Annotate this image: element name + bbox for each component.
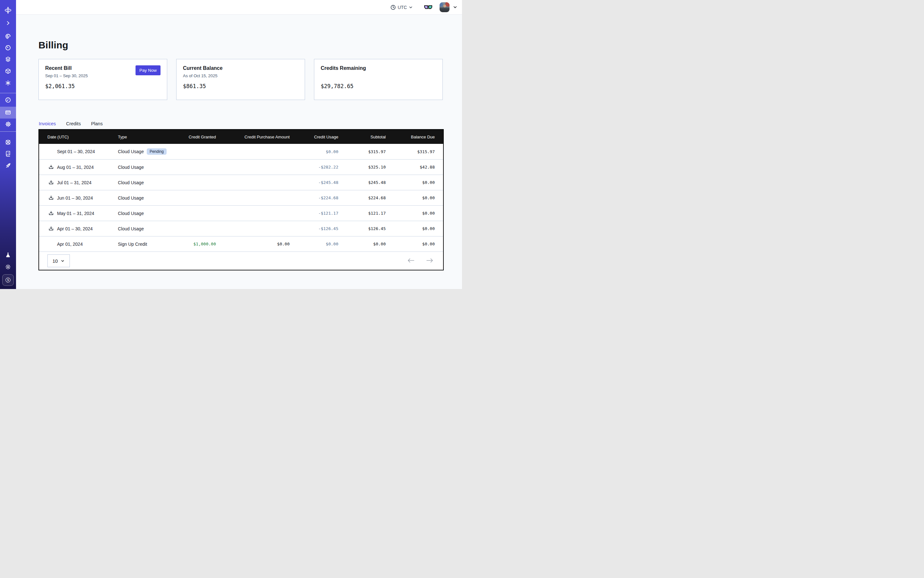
download-invoice-icon[interactable] bbox=[47, 211, 54, 216]
cell-date: Jun 01 – 30, 2024 bbox=[47, 195, 118, 201]
card-subtitle bbox=[321, 73, 436, 78]
current-balance-card: Current Balance As of Oct 15, 2025 $861.… bbox=[176, 59, 305, 100]
credits-coin-icon[interactable]: $ bbox=[2, 274, 14, 286]
table-row: Jul 01 – 31, 2024Cloud Usage-$245.48$245… bbox=[39, 175, 443, 190]
chevron-down-icon bbox=[409, 5, 413, 10]
table-row: May 01 – 31, 2024Cloud Usage-$121.17$121… bbox=[39, 205, 443, 221]
settings-gear-icon[interactable] bbox=[0, 120, 16, 128]
cell-credit-usage: $0.00 bbox=[290, 242, 338, 247]
table-row: Apr 01, 2024Sign Up Credit$1,000.00$0.00… bbox=[39, 236, 443, 252]
invoice-type: Sign Up Credit bbox=[118, 242, 147, 247]
asterisk-icon[interactable] bbox=[0, 79, 16, 87]
chevron-down-icon[interactable] bbox=[453, 5, 458, 10]
cell-type: Cloud Usage bbox=[118, 180, 177, 185]
card-subtitle: As of Oct 15, 2025 bbox=[183, 73, 298, 78]
sidebar-item-billing[interactable] bbox=[0, 107, 16, 119]
card-amount: $861.35 bbox=[183, 83, 298, 89]
col-credit-granted: Credit Granted bbox=[177, 135, 216, 140]
cell-balance-due: $0.00 bbox=[386, 242, 435, 247]
cell-date: May 01 – 31, 2024 bbox=[47, 211, 118, 216]
timezone-label: UTC bbox=[398, 5, 407, 10]
invoice-type: Cloud Usage bbox=[118, 165, 144, 170]
svg-text:$: $ bbox=[7, 278, 9, 282]
history-icon[interactable] bbox=[0, 44, 16, 52]
main-content: Billing Recent Bill Sep 01 – Sep 30, 202… bbox=[16, 15, 462, 289]
avatar[interactable] bbox=[440, 2, 450, 12]
invoice-date: Apr 01 – 30, 2024 bbox=[57, 226, 93, 231]
cell-date: Apr 01 – 30, 2024 bbox=[47, 226, 118, 232]
invoice-type: Cloud Usage bbox=[118, 226, 144, 231]
chevron-down-icon bbox=[60, 259, 65, 263]
sidebar: $ bbox=[0, 0, 16, 289]
download-invoice-icon[interactable] bbox=[47, 180, 54, 185]
cell-credit-usage: -$224.68 bbox=[290, 195, 338, 200]
table-row: Sept 01 – 30, 2024Cloud UsagePending$0.0… bbox=[39, 144, 443, 159]
download-invoice-icon[interactable] bbox=[47, 164, 54, 170]
cell-type: Cloud Usage bbox=[118, 226, 177, 231]
cell-credit-purchase: $0.00 bbox=[216, 242, 290, 247]
labs-flask-icon[interactable] bbox=[0, 251, 16, 259]
download-invoice-icon[interactable] bbox=[47, 226, 54, 232]
layers-icon[interactable] bbox=[0, 55, 16, 63]
download-slot-empty bbox=[47, 149, 54, 154]
cell-date: Jul 01 – 31, 2024 bbox=[47, 180, 118, 185]
invoice-date: Jul 01 – 31, 2024 bbox=[57, 180, 91, 185]
col-subtotal: Subtotal bbox=[338, 135, 386, 140]
cell-balance-due: $315.97 bbox=[386, 149, 435, 154]
page-size-value: 10 bbox=[52, 258, 58, 264]
cell-balance-due: $0.00 bbox=[386, 211, 435, 216]
cell-credit-usage: $0.00 bbox=[290, 149, 338, 154]
download-slot-empty bbox=[47, 241, 54, 247]
cell-credit-usage: -$245.48 bbox=[290, 180, 338, 185]
cell-subtotal: $121.17 bbox=[338, 211, 386, 216]
invoice-date: Aug 01 – 31, 2024 bbox=[57, 165, 94, 170]
cell-credit-granted: $1,000.00 bbox=[177, 242, 216, 247]
cell-subtotal: $224.68 bbox=[338, 195, 386, 200]
app-window: $ UTC bbox=[0, 0, 462, 289]
prev-page-button[interactable] bbox=[407, 257, 415, 264]
table-row: Apr 01 – 30, 2024Cloud Usage-$126.45$126… bbox=[39, 221, 443, 236]
next-page-button[interactable] bbox=[426, 257, 434, 264]
table-row: Jun 01 – 30, 2024Cloud Usage-$224.68$224… bbox=[39, 190, 443, 205]
invoice-type: Cloud Usage bbox=[118, 149, 144, 154]
pay-now-button[interactable]: Pay Now bbox=[136, 65, 161, 75]
glasses-icon[interactable] bbox=[424, 5, 432, 10]
status-badge: Pending bbox=[147, 148, 167, 155]
chevron-right-icon[interactable] bbox=[0, 19, 16, 27]
invoice-date: May 01 – 31, 2024 bbox=[57, 211, 94, 216]
cell-type: Cloud Usage bbox=[118, 195, 177, 201]
download-invoice-icon[interactable] bbox=[47, 195, 54, 201]
wheel-icon[interactable] bbox=[0, 138, 16, 146]
clock-icon bbox=[390, 5, 396, 10]
card-title: Current Balance bbox=[183, 65, 298, 71]
col-balance-due: Balance Due bbox=[386, 135, 435, 140]
table-body: Sept 01 – 30, 2024Cloud UsagePending$0.0… bbox=[39, 144, 443, 252]
cell-date: Aug 01 – 31, 2024 bbox=[47, 164, 118, 170]
sandbox-cube-icon[interactable] bbox=[0, 67, 16, 75]
col-date: Date (UTC) bbox=[47, 135, 118, 140]
billing-card-icon bbox=[0, 108, 16, 117]
cell-subtotal: $245.48 bbox=[338, 180, 386, 185]
sidebar-divider bbox=[0, 93, 16, 93]
dashboard-gauge-icon[interactable] bbox=[0, 96, 16, 104]
card-amount: $29,782.65 bbox=[321, 83, 436, 89]
invoice-type: Cloud Usage bbox=[118, 195, 144, 201]
page-size-select[interactable]: 10 bbox=[47, 254, 70, 267]
topbar: UTC bbox=[16, 0, 462, 15]
docs-book-icon[interactable] bbox=[0, 149, 16, 157]
invoice-date: Jun 01 – 30, 2024 bbox=[57, 195, 93, 201]
table-footer: 10 bbox=[39, 252, 443, 270]
invoice-date: Apr 01, 2024 bbox=[57, 242, 83, 247]
cell-credit-usage: -$126.45 bbox=[290, 226, 338, 231]
theme-sun-icon[interactable] bbox=[0, 263, 16, 271]
rocket-icon[interactable] bbox=[0, 161, 16, 169]
cell-balance-due: $42.88 bbox=[386, 165, 435, 169]
logo-icon[interactable] bbox=[0, 6, 16, 15]
cell-date: Sept 01 – 30, 2024 bbox=[47, 149, 118, 154]
observability-icon[interactable] bbox=[0, 32, 16, 41]
cell-type: Cloud Usage bbox=[118, 211, 177, 216]
cell-balance-due: $0.00 bbox=[386, 226, 435, 231]
table-row: Aug 01 – 31, 2024Cloud Usage-$282.22$325… bbox=[39, 159, 443, 175]
timezone-selector[interactable]: UTC bbox=[390, 5, 413, 10]
invoice-date: Sept 01 – 30, 2024 bbox=[57, 149, 95, 154]
